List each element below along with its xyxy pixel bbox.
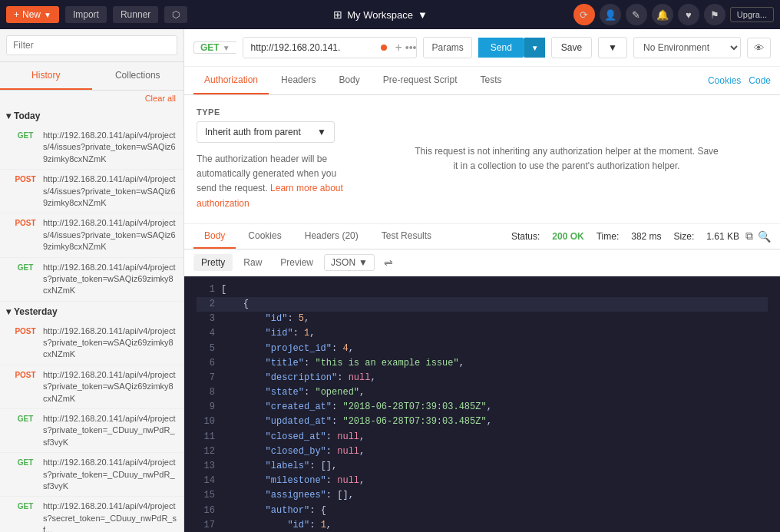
workspace-dropdown-icon: ▼	[418, 9, 428, 21]
url-input[interactable]	[243, 38, 382, 58]
code-link[interactable]: Code	[749, 75, 771, 86]
fmt-raw[interactable]: Raw	[236, 254, 269, 271]
main-layout: History Collections Clear all ▾ Today GE…	[0, 29, 780, 532]
upgrade-button[interactable]: Upgra...	[730, 7, 774, 22]
sidebar-content: ▾ Today GET http://192.168.20.141/api/v4…	[0, 106, 183, 532]
url-input-container: + •••	[243, 37, 418, 58]
auth-type-dropdown[interactable]: Inherit auth from parent ▼	[197, 121, 335, 143]
clear-all-button[interactable]: Clear all	[0, 91, 183, 106]
auth-right: This request is not inheriting any autho…	[365, 107, 768, 211]
sidebar-tabs: History Collections	[0, 62, 183, 91]
method-dropdown-icon: ▼	[223, 44, 230, 52]
eye-button[interactable]: 👁	[747, 38, 771, 58]
new-label: New	[22, 9, 41, 20]
status-value: 200 OK	[552, 231, 583, 242]
method-badge: POST	[12, 370, 38, 380]
top-right-icons: ⟳ 👤 ✎ 🔔 ♥ ⚑ Upgra...	[573, 4, 774, 25]
history-item-today-0[interactable]: GET http://192.168.20.141/api/v4/project…	[0, 126, 183, 170]
response-tabs-bar: Body Cookies Headers (20) Test Results S…	[184, 224, 780, 249]
resp-tab-body[interactable]: Body	[193, 224, 236, 249]
method-select[interactable]: GET ▼	[193, 41, 236, 54]
flag-icon[interactable]: ⚑	[704, 4, 725, 25]
fmt-preview[interactable]: Preview	[273, 254, 321, 271]
resp-tab-test-results[interactable]: Test Results	[371, 224, 442, 249]
fmt-pretty[interactable]: Pretty	[193, 254, 233, 271]
tab-headers[interactable]: Headers	[270, 67, 326, 94]
method-text: GET	[200, 42, 220, 53]
json-content: 1[ 2 { 3 "id": 5, 4 "iid": 1, 5 "project…	[184, 276, 780, 532]
request-tabs: Authorization Headers Body Pre-request S…	[184, 67, 780, 95]
more-options-button[interactable]: •••	[405, 41, 417, 54]
history-url: http://192.168.20.141/api/v4/projects/4/…	[43, 217, 177, 253]
history-item-yesterday-1[interactable]: POST http://192.168.20.141/api/v4/projec…	[0, 365, 183, 409]
history-item-yesterday-2[interactable]: GET http://192.168.20.141/api/v4/project…	[0, 409, 183, 453]
cookies-link[interactable]: Cookies	[708, 75, 741, 86]
request-sender: GET ▼	[193, 41, 236, 54]
save-dropdown-button[interactable]: ▼	[598, 37, 627, 58]
sync-icon[interactable]: ⟳	[573, 4, 595, 25]
history-item-yesterday-4[interactable]: GET http://192.168.20.141/api/v4/project…	[0, 497, 183, 532]
auth-type-label: TYPE	[197, 107, 350, 117]
import-button[interactable]: Import	[65, 6, 107, 23]
new-button[interactable]: + New ▼	[6, 6, 59, 23]
format-dropdown-icon: ▼	[359, 257, 368, 268]
tab-tests[interactable]: Tests	[469, 67, 512, 94]
add-tab-button[interactable]: +	[392, 41, 405, 55]
history-url: http://192.168.20.141/api/v4/projects?pr…	[43, 369, 177, 405]
send-group: Send ▼	[478, 38, 545, 58]
method-badge: POST	[12, 326, 38, 336]
top-bar: + New ▼ Import Runner ⬡ ⊞ My Workspace ▼…	[0, 0, 780, 29]
today-group[interactable]: ▾ Today	[0, 106, 183, 126]
resp-tab-headers[interactable]: Headers (20)	[294, 224, 369, 249]
edit-icon[interactable]: ✎	[626, 4, 647, 25]
response-actions: ⧉ 🔍	[745, 230, 771, 243]
history-item-yesterday-0[interactable]: POST http://192.168.20.141/api/v4/projec…	[0, 322, 183, 365]
auth-message: This request is not inheriting any autho…	[413, 144, 720, 173]
yesterday-group[interactable]: ▾ Yesterday	[0, 302, 183, 322]
search-button[interactable]: 🔍	[758, 230, 771, 243]
copy-button[interactable]: ⧉	[745, 230, 753, 243]
auth-type-value: Inherit auth from parent	[205, 127, 301, 137]
method-badge: GET	[12, 263, 38, 273]
method-badge: GET	[12, 501, 38, 511]
tab-history[interactable]: History	[0, 62, 92, 90]
history-url: http://192.168.20.141/api/v4/projects?se…	[43, 501, 177, 532]
method-badge: POST	[12, 218, 38, 228]
resp-tab-cookies[interactable]: Cookies	[237, 224, 292, 249]
size-label: Size:	[674, 231, 695, 242]
method-badge: GET	[12, 458, 38, 468]
sidebar-search-area	[0, 29, 183, 62]
history-item-yesterday-3[interactable]: GET http://192.168.20.141/api/v4/project…	[0, 453, 183, 497]
status-label: Status:	[511, 231, 540, 242]
format-select-dropdown[interactable]: JSON ▼	[324, 254, 375, 271]
user-icon[interactable]: 👤	[600, 4, 621, 25]
tab-body[interactable]: Body	[328, 67, 370, 94]
send-button[interactable]: Send	[478, 38, 524, 58]
history-url: http://192.168.20.141/api/v4/projects?pr…	[43, 413, 177, 448]
builder-button[interactable]: ⬡	[164, 6, 187, 23]
params-button[interactable]: Params	[423, 37, 471, 58]
save-button[interactable]: Save	[551, 37, 592, 58]
environment-select[interactable]: No Environment	[633, 37, 741, 58]
auth-left: TYPE Inherit auth from parent ▼ The auth…	[197, 107, 350, 211]
bell-icon[interactable]: 🔔	[652, 4, 673, 25]
filter-input[interactable]	[6, 35, 177, 55]
wrap-button[interactable]: ⇌	[384, 256, 393, 269]
time-label: Time:	[597, 231, 620, 242]
runner-button[interactable]: Runner	[113, 6, 158, 23]
method-badge: GET	[12, 414, 38, 424]
history-url: http://192.168.20.141/api/v4/projects?pr…	[43, 262, 177, 297]
tab-collections[interactable]: Collections	[92, 62, 184, 90]
history-item-today-3[interactable]: GET http://192.168.20.141/api/v4/project…	[0, 258, 183, 302]
chevron-icon: ▾	[6, 306, 11, 317]
auth-info-text: The authorization header will be automat…	[197, 152, 350, 211]
send-dropdown-button[interactable]: ▼	[524, 38, 545, 58]
heart-icon[interactable]: ♥	[678, 4, 699, 25]
tab-pre-request-script[interactable]: Pre-request Script	[372, 67, 468, 94]
url-bar: GET ▼ + ••• Params Send ▼ Save ▼ No Envi…	[184, 29, 780, 67]
tab-authorization[interactable]: Authorization	[193, 67, 269, 94]
history-url: http://192.168.20.141/api/v4/projects/4/…	[43, 173, 177, 209]
history-url: http://192.168.20.141/api/v4/projects/4/…	[43, 130, 177, 165]
history-item-today-2[interactable]: POST http://192.168.20.141/api/v4/projec…	[0, 213, 183, 257]
history-item-today-1[interactable]: POST http://192.168.20.141/api/v4/projec…	[0, 170, 183, 213]
